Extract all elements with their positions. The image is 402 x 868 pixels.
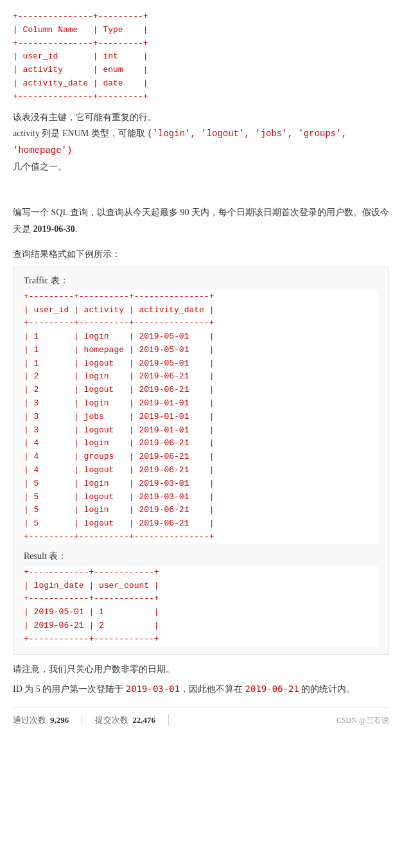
result-table: +------------+------------+ | login_date… — [24, 566, 378, 646]
submit-label: 提交次数 — [95, 714, 128, 726]
result-label: 查询结果格式如下例所示： — [13, 249, 389, 260]
question-section: 编写一个 SQL 查询，以查询从今天起最多 90 天内，每个日期该日期首次登录的… — [13, 204, 389, 260]
submit-count-stat: 提交次数 22,476 — [95, 714, 169, 726]
footer: 通过次数 9,296 提交次数 22,476 CSDN @三石说 — [13, 707, 389, 732]
pass-count-stat: 通过次数 9,296 — [13, 714, 82, 726]
question-text: 编写一个 SQL 查询，以查询从今天起最多 90 天内，每个日期该日期首次登录的… — [13, 204, 389, 236]
submit-value: 22,476 — [132, 715, 155, 725]
result-title: Result 表： — [24, 551, 378, 562]
traffic-title: Traffic 表： — [24, 275, 378, 287]
schema-description: 该表没有主键，它可能有重复的行。 activity 列是 ENUM 类型，可能取… — [13, 109, 389, 175]
note1: 请注意，我们只关心用户数非零的日期。 — [13, 661, 389, 677]
example-box: Traffic 表： +---------+----------+-------… — [13, 267, 389, 655]
traffic-table: +---------+----------+---------------+ |… — [24, 290, 378, 544]
note2: ID 为 5 的用户第一次登陆于 2019-03-01，因此他不算在 2019-… — [13, 681, 389, 697]
pass-value: 9,296 — [50, 715, 69, 725]
pass-label: 通过次数 — [13, 714, 46, 726]
schema-table: +---------------+---------+ | Column Nam… — [13, 10, 389, 104]
brand: CSDN @三石说 — [336, 715, 389, 726]
main-container: +---------------+---------+ | Column Nam… — [0, 0, 402, 868]
